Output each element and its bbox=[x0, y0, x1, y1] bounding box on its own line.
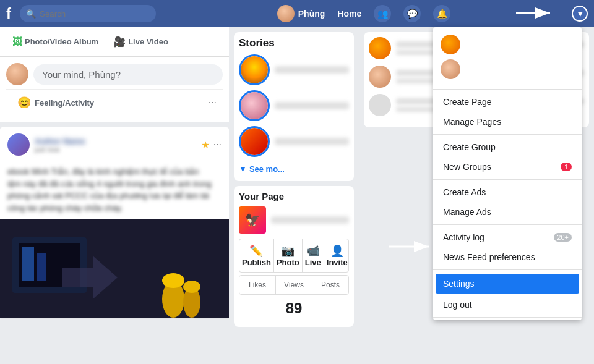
settings-label: Settings bbox=[443, 279, 475, 289]
news-feed-item[interactable]: News Feed preferences bbox=[433, 247, 582, 267]
post-image-svg bbox=[0, 219, 229, 318]
search-icon: 🔍 bbox=[26, 9, 36, 19]
search-bar-container[interactable]: 🔍 bbox=[20, 5, 156, 22]
nav-left: f 🔍 bbox=[6, 5, 156, 22]
new-groups-item[interactable]: New Groups 1 bbox=[433, 157, 582, 177]
settings-arrow-annotation bbox=[389, 237, 438, 258]
post-author-avatar bbox=[7, 133, 30, 156]
arrow-annotation bbox=[516, 4, 559, 22]
story-item-3[interactable] bbox=[239, 126, 349, 157]
stories-title: Stories bbox=[239, 37, 349, 49]
post-user-avatar bbox=[6, 63, 28, 85]
right-avatar-1 bbox=[369, 37, 391, 59]
messenger-button[interactable]: 💬 bbox=[403, 5, 421, 22]
friends-button[interactable]: 👥 bbox=[374, 5, 391, 22]
create-page-item[interactable]: Create Page bbox=[433, 92, 582, 112]
photo-button[interactable]: 📷 Photo bbox=[274, 239, 303, 272]
likes-value: 89 bbox=[239, 295, 349, 322]
story-item[interactable] bbox=[239, 54, 349, 85]
post-more-icon[interactable]: ··· bbox=[213, 139, 222, 150]
settings-item[interactable]: Settings bbox=[436, 274, 579, 294]
dropdown-pages-section: Create Page Manage Pages bbox=[433, 90, 582, 135]
facebook-logo: f bbox=[6, 5, 11, 22]
create-ads-label: Create Ads bbox=[443, 187, 486, 197]
post-card: Author Name just now ★ ··· ebook Minh Tr… bbox=[0, 127, 229, 318]
create-group-item[interactable]: Create Group bbox=[433, 137, 582, 157]
new-groups-label: New Groups bbox=[443, 162, 491, 172]
post-actions: ★ ··· bbox=[201, 139, 222, 151]
logout-label: Log out bbox=[443, 300, 472, 310]
posts-label: Posts bbox=[315, 281, 346, 289]
photo-video-album-button[interactable]: 🖼 Photo/Video Album bbox=[6, 32, 105, 51]
story-avatar-image-2 bbox=[241, 92, 268, 119]
post-input-row: Your mind, Phùng? bbox=[6, 63, 223, 85]
create-group-label: Create Group bbox=[443, 142, 496, 152]
news-feed-label: News Feed preferences bbox=[443, 252, 535, 262]
svg-rect-5 bbox=[22, 247, 34, 281]
manage-pages-item[interactable]: Manage Pages bbox=[433, 112, 582, 132]
more-dots: ··· bbox=[209, 97, 217, 108]
posts-stat: Posts bbox=[312, 276, 348, 294]
publish-label: Publish bbox=[242, 258, 271, 267]
svg-point-8 bbox=[162, 273, 184, 288]
nav-avatar bbox=[277, 5, 295, 22]
page-name bbox=[271, 216, 349, 224]
activity-log-badge: 20+ bbox=[554, 233, 572, 242]
story-item-2[interactable] bbox=[239, 90, 349, 121]
page-item: 🦅 bbox=[239, 206, 349, 234]
search-input[interactable] bbox=[40, 9, 150, 19]
publish-button[interactable]: ✏️ Publish bbox=[239, 239, 274, 272]
star-icon: ★ bbox=[201, 139, 210, 151]
see-more-stories[interactable]: ▼ See mo... bbox=[239, 162, 349, 176]
your-pages-section: Your Page 🦅 ✏️ Publish 📷 Photo 📹 Live bbox=[234, 186, 354, 327]
create-page-label: Create Page bbox=[443, 97, 492, 107]
likes-stat: Likes bbox=[239, 276, 276, 294]
post-input-box[interactable]: Your mind, Phùng? bbox=[33, 64, 223, 85]
dropdown-groups-section: Create Group New Groups 1 bbox=[433, 135, 582, 180]
account-dropdown-menu: Create Page Manage Pages Create Group Ne… bbox=[433, 27, 582, 320]
story-avatar-image-1 bbox=[241, 56, 268, 83]
activity-log-item[interactable]: Activity log 20+ bbox=[433, 227, 582, 247]
new-groups-badge: 1 bbox=[561, 163, 572, 171]
left-panel: 🖼 Photo/Video Album 🎥 Live Video Your mi… bbox=[0, 27, 229, 364]
photo-icon: 🖼 bbox=[12, 36, 22, 48]
nav-user-info: Phùng bbox=[277, 5, 325, 22]
page-stats: Likes Views Posts bbox=[239, 275, 349, 295]
center-panel: Stories bbox=[229, 27, 359, 364]
manage-ads-label: Manage Ads bbox=[443, 207, 491, 217]
invite-button[interactable]: 👤 Invite bbox=[324, 239, 349, 272]
notifications-button[interactable]: 🔔 bbox=[433, 5, 450, 22]
see-more-label: See mo... bbox=[249, 164, 285, 174]
post-author-details: Author Name just now bbox=[35, 137, 85, 153]
invite-label: Invite bbox=[327, 258, 348, 267]
photo-album-label: Photo/Video Album bbox=[25, 37, 98, 46]
right-avatar-2 bbox=[369, 66, 391, 88]
dropdown-ads-section: Create Ads Manage Ads bbox=[433, 180, 582, 225]
create-ads-item[interactable]: Create Ads bbox=[433, 182, 582, 202]
story-avatar-3 bbox=[239, 126, 270, 157]
dropdown-profile-section bbox=[433, 30, 582, 90]
post-image bbox=[0, 219, 229, 318]
video-icon: 🎥 bbox=[113, 36, 126, 48]
top-navigation: f 🔍 Phùng Home 👥 💬 🔔 bbox=[0, 0, 594, 27]
story-avatar-1 bbox=[239, 54, 270, 85]
home-link[interactable]: Home bbox=[337, 9, 361, 19]
live-button[interactable]: 📹 Live bbox=[303, 239, 324, 272]
live-video-button[interactable]: 🎥 Live Video bbox=[107, 32, 174, 51]
feeling-icon: 😊 bbox=[17, 96, 31, 109]
dropdown-profile-row-2 bbox=[441, 59, 574, 79]
settings-arrow-svg bbox=[389, 237, 438, 256]
post-author-name: Author Name bbox=[35, 137, 85, 146]
logout-item[interactable]: Log out bbox=[433, 295, 582, 315]
see-more-arrow-icon: ▼ bbox=[239, 164, 247, 174]
dropdown-avatar-1 bbox=[441, 35, 460, 54]
story-name-3 bbox=[275, 138, 349, 145]
account-dropdown-button[interactable]: ▾ bbox=[572, 6, 588, 22]
feeling-activity-button[interactable]: 😊 Feeling/Activity bbox=[12, 93, 99, 112]
photo-label: Photo bbox=[277, 258, 299, 267]
nav-right: ▾ bbox=[572, 6, 588, 22]
story-avatar-image-3 bbox=[241, 128, 268, 155]
your-pages-title: Your Page bbox=[239, 191, 349, 201]
nav-username: Phùng bbox=[298, 9, 325, 19]
manage-ads-item[interactable]: Manage Ads bbox=[433, 202, 582, 222]
